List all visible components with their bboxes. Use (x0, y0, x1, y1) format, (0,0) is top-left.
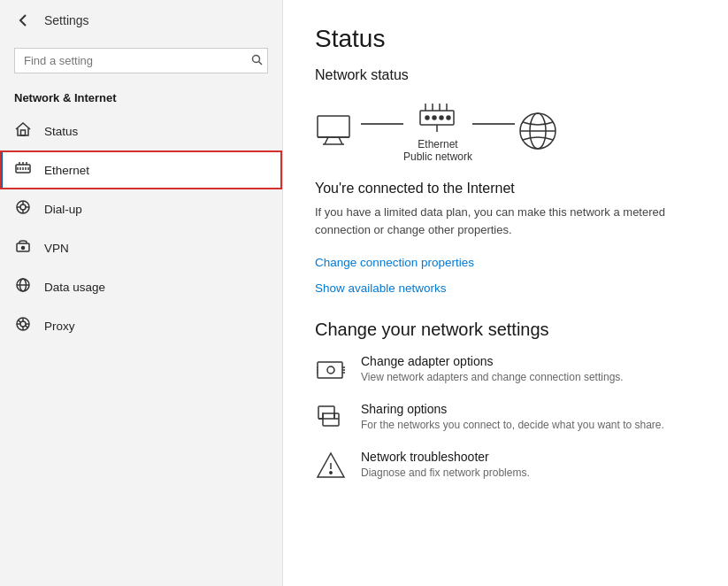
show-networks-link[interactable]: Show available networks (315, 278, 447, 298)
svg-point-44 (447, 116, 450, 120)
search-icon-button[interactable] (251, 54, 263, 68)
svg-line-1 (259, 61, 263, 65)
sidebar-title: Settings (44, 13, 89, 27)
network-diagram: Ethernet Public network (315, 101, 696, 163)
settings-item-adapter[interactable]: Change adapter options View network adap… (315, 354, 696, 386)
diagram-router: Ethernet Public network (403, 101, 472, 163)
sharing-icon (315, 402, 347, 434)
page-title: Status (315, 25, 696, 53)
sidebar-label-data-usage: Data usage (44, 281, 105, 294)
sidebar-header: Settings (0, 0, 282, 41)
computer-icon (315, 113, 361, 150)
svg-point-43 (440, 116, 443, 120)
sidebar: Settings Network & Internet Status (0, 0, 283, 586)
svg-line-30 (26, 326, 28, 328)
svg-rect-2 (21, 130, 26, 135)
sidebar-item-dialup[interactable]: Dial-up (0, 189, 282, 228)
sidebar-label-status: Status (44, 125, 78, 138)
network-status-heading: Network status (315, 67, 696, 83)
svg-point-13 (20, 204, 26, 210)
home-icon (14, 122, 32, 140)
sidebar-label-ethernet: Ethernet (44, 164, 89, 177)
svg-rect-58 (323, 413, 339, 426)
sidebar-item-ethernet[interactable]: Ethernet (0, 150, 282, 189)
sidebar-section-title: Network & Internet (0, 81, 282, 112)
settings-item-sharing[interactable]: Sharing options For the networks you con… (315, 402, 696, 434)
ethernet-icon (14, 161, 32, 179)
search-input[interactable] (14, 48, 268, 73)
data-icon (14, 278, 32, 296)
troubleshoot-icon (315, 450, 347, 482)
globe-icon (515, 113, 561, 150)
sidebar-item-proxy[interactable]: Proxy (0, 306, 282, 345)
sidebar-item-vpn[interactable]: VPN (0, 228, 282, 267)
sharing-text: Sharing options For the networks you con… (361, 402, 664, 433)
adapter-icon (315, 354, 347, 386)
svg-point-42 (433, 116, 436, 120)
troubleshooter-text: Network troubleshooter Diagnose and fix … (361, 450, 530, 481)
svg-line-33 (325, 137, 328, 144)
diagram-internet (515, 113, 561, 150)
svg-point-24 (20, 321, 26, 327)
back-button[interactable] (14, 11, 34, 30)
svg-line-34 (339, 137, 342, 144)
dialup-icon (14, 200, 32, 218)
connected-sub: If you have a limited data plan, you can… (315, 204, 686, 238)
sidebar-label-vpn: VPN (44, 242, 69, 255)
svg-point-50 (327, 366, 334, 374)
sidebar-label-proxy: Proxy (44, 320, 75, 333)
svg-rect-49 (318, 362, 342, 378)
connected-title: You're connected to the Internet (315, 181, 696, 197)
svg-point-0 (253, 55, 260, 62)
svg-point-41 (425, 116, 429, 120)
sidebar-item-data-usage[interactable]: Data usage (0, 267, 282, 306)
svg-point-65 (330, 472, 332, 474)
diagram-computer (315, 113, 361, 150)
line1 (361, 123, 403, 125)
svg-point-19 (22, 247, 25, 250)
diagram-ethernet-label: Ethernet Public network (403, 138, 472, 163)
sidebar-item-status[interactable]: Status (0, 112, 282, 150)
change-connection-link[interactable]: Change connection properties (315, 252, 474, 273)
settings-item-troubleshooter[interactable]: Network troubleshooter Diagnose and fix … (315, 450, 696, 482)
sidebar-label-dialup: Dial-up (44, 203, 82, 216)
vpn-icon (14, 239, 32, 257)
adapter-text: Change adapter options View network adap… (361, 354, 624, 385)
proxy-icon (14, 317, 32, 335)
svg-rect-57 (318, 406, 334, 419)
svg-rect-31 (318, 116, 349, 137)
search-container (0, 41, 282, 81)
main-content: Status Network status (283, 0, 728, 586)
change-settings-heading: Change your network settings (315, 320, 696, 340)
router-icon (415, 101, 461, 138)
svg-line-29 (19, 320, 21, 323)
line2 (472, 123, 515, 125)
